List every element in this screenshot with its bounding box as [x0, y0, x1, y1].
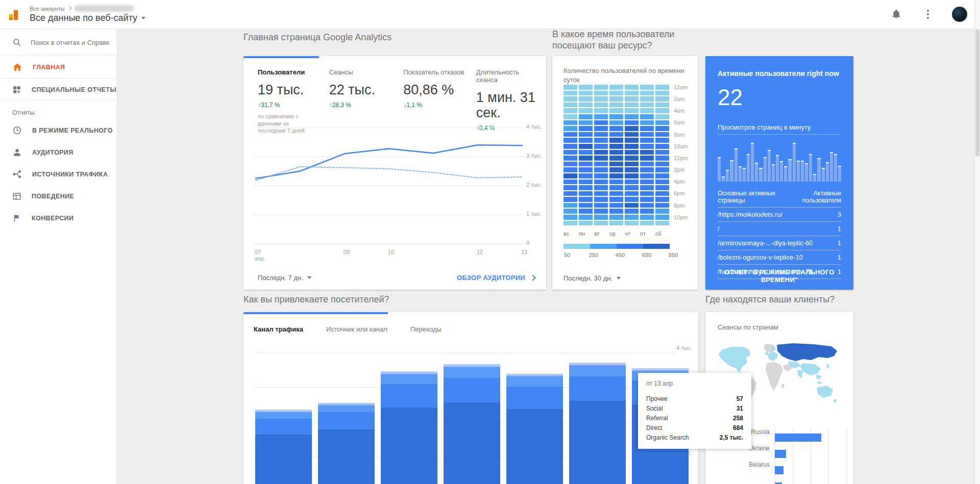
heatmap-cell: [640, 180, 654, 185]
heatmap-cell: [625, 215, 639, 220]
traffic-segment: [569, 365, 626, 366]
traffic-bar[interactable]: [569, 312, 626, 484]
sidebar-item-label: ГЛАВНАЯ: [33, 64, 65, 71]
heatmap-row: 6am: [564, 120, 694, 125]
sidebar-item-acquisition[interactable]: ИСТОЧНИКИ ТРАФИКА: [0, 163, 117, 185]
heatmap-cell: [579, 162, 593, 167]
heatmap-row: [564, 221, 694, 226]
tooltip-value: 684: [733, 423, 743, 433]
heatmap-range-dropdown[interactable]: Последн. 30 дн.: [564, 274, 621, 282]
heatmap-cell: [564, 126, 577, 131]
heatmap-cell: [640, 156, 654, 161]
sidebar-item-realtime[interactable]: В РЕЖИМЕ РЕАЛЬНОГО: [0, 119, 117, 141]
sidebar-item-home[interactable]: ГЛАВНАЯ: [0, 56, 117, 79]
country-label: Belarus: [705, 461, 775, 468]
breadcrumb-chevron-icon: [67, 6, 71, 10]
heatmap-cell: [625, 96, 639, 101]
sparkline-bar: [772, 164, 775, 182]
section-title-geo: Где находятся ваши клиенты?: [705, 294, 853, 305]
realtime-title: Активные пользователи right now: [718, 69, 841, 78]
active-page-row: /armirovannaya-...-dlya-teplic-601: [718, 236, 841, 250]
traffic-segment: [318, 404, 375, 405]
active-page-url: /https:/moikolodets.ru/: [718, 211, 782, 218]
account-avatar[interactable]: [950, 5, 969, 23]
country-bars-chart: [775, 427, 847, 484]
traffic-bar[interactable]: [255, 312, 312, 484]
breadcrumb-all-accounts[interactable]: Все аккаунты: [30, 6, 65, 12]
heatmap-row: [564, 114, 694, 119]
heatmap-cell: [655, 221, 669, 226]
sidebar-item-audience[interactable]: АУДИТОРИЯ: [0, 141, 117, 163]
traffic-bar[interactable]: [318, 312, 375, 484]
view-selector[interactable]: Все данные по веб-сайту: [30, 13, 145, 23]
geo-gridline: [846, 427, 847, 484]
heatmap-cell: [655, 173, 669, 179]
heatmap-cell: [625, 114, 639, 119]
heatmap-cell: [564, 221, 577, 226]
arrow-up-icon: ↑: [258, 101, 261, 109]
heatmap-cell: [609, 108, 623, 113]
heatmap-cell: [609, 150, 623, 155]
traffic-bar[interactable]: [444, 312, 500, 484]
heatmap-cell: [609, 203, 623, 208]
sessions-by-country-label: Сеансы по странам: [705, 312, 853, 331]
heatmap-cell: [655, 108, 669, 113]
legend-tick: 50: [559, 252, 575, 258]
realtime-report-button[interactable]: ОТЧЕТ "В РЕЖИМЕ РЕАЛЬНОГО ВРЕМЕНИ": [705, 268, 853, 284]
heatmap-row: [564, 209, 694, 214]
country-bar[interactable]: [775, 434, 821, 442]
breadcrumb[interactable]: Все аккаунты: [30, 5, 145, 12]
heatmap-cell: [625, 108, 639, 113]
audience-overview-link[interactable]: ОБЗОР АУДИТОРИИ: [457, 274, 535, 282]
country-bar[interactable]: [775, 450, 786, 458]
heatmap-cell: [640, 126, 654, 131]
sparkline-bar: [830, 152, 833, 182]
sidebar-item-conversions[interactable]: КОНВЕРСИИ: [0, 207, 117, 229]
heatmap-cell: [594, 162, 608, 167]
heatmap-row: 6pm: [564, 191, 694, 196]
section-title-home: Главная страница Google Analytics: [243, 32, 529, 43]
heatmap-hour-label: 10am: [674, 143, 694, 149]
scrollbar-track[interactable]: [974, 0, 980, 484]
traffic-bar[interactable]: [381, 312, 437, 484]
sidebar-item-behavior[interactable]: ПОВЕДЕНИЕ: [0, 185, 117, 207]
heatmap-cell: [655, 103, 669, 108]
analytics-logo[interactable]: [0, 8, 30, 21]
heatmap-cell: [564, 132, 577, 137]
sparkline-bar: [834, 154, 837, 182]
avatar: [952, 7, 967, 22]
heatmap-cell: [640, 85, 654, 90]
more-options-button[interactable]: [919, 5, 937, 23]
heatmap-cell: [594, 185, 608, 190]
heatmap-cell: [655, 150, 669, 155]
notifications-button[interactable]: [887, 5, 905, 23]
sparkline-bar: [801, 161, 804, 182]
heatmap-row: 8am: [564, 132, 694, 137]
chevron-right-icon: [529, 274, 536, 281]
date-range-dropdown[interactable]: Последн. 7 дн.: [258, 274, 311, 282]
heatmap-row: 10pm: [564, 215, 694, 220]
heatmap-cell: [609, 144, 623, 149]
scrollbar-thumb[interactable]: [975, 29, 979, 157]
heatmap-cell: [625, 221, 639, 226]
legend-tick: 850: [666, 252, 681, 258]
heatmap-hour-label: 8am: [674, 132, 694, 138]
heatmap-cell: [594, 138, 608, 143]
heatmap-cell: [594, 209, 608, 214]
heatmap-cell: [640, 185, 654, 190]
country-bar[interactable]: [775, 466, 783, 474]
search-reports[interactable]: Поиск в отчетах и Справк: [0, 29, 117, 56]
traffic-bar[interactable]: [506, 312, 563, 484]
heatmap-cell: [594, 114, 608, 119]
sidebar-item-custom-reports[interactable]: СПЕЦИАЛЬНЫЕ ОТЧЕТЫ: [0, 79, 117, 101]
traffic-segment: [255, 412, 312, 413]
heatmap-row: [564, 162, 694, 167]
heatmap-cell: [609, 156, 623, 161]
tooltip-row: Direct684: [646, 423, 743, 433]
traffic-segment: [255, 435, 312, 484]
sparkline-bar: [780, 161, 783, 182]
heatmap-cell: [579, 91, 593, 96]
heatmap-row: 12pm: [564, 156, 694, 161]
heatmap-cell: [594, 221, 608, 226]
traffic-segment: [381, 374, 437, 384]
